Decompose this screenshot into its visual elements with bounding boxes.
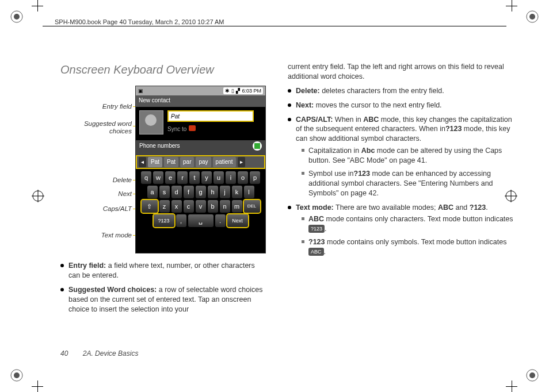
continuation-text: current entry field. Tap the left and ri… xyxy=(288,62,515,82)
callout-caps-alt: Caps/ALT xyxy=(103,205,132,213)
key-r[interactable]: r xyxy=(177,171,188,184)
soft-keyboard: q w e r t y u i o p a s d xyxy=(136,169,265,230)
key-a[interactable]: a xyxy=(147,186,158,198)
bt-icon: ✱ xyxy=(225,87,230,94)
key-text-mode[interactable]: ?123 xyxy=(154,214,174,227)
keyboard-figure: Entry field Suggested word choices Delet… xyxy=(60,86,268,255)
candidates-left-icon[interactable]: ◂ xyxy=(139,157,146,167)
callout-text-mode: Text mode xyxy=(101,232,132,239)
key-next[interactable]: Next xyxy=(227,214,248,227)
candidates-right-icon[interactable]: ▸ xyxy=(238,157,245,167)
key-h[interactable]: h xyxy=(208,186,218,198)
key-n[interactable]: n xyxy=(220,200,230,213)
candidate-item[interactable]: par xyxy=(180,157,194,167)
crop-mark-icon xyxy=(32,381,43,392)
key-e[interactable]: e xyxy=(165,171,176,184)
callout-suggested-words: Suggested word choices xyxy=(68,120,132,135)
section-phone-numbers: Phone numbers xyxy=(136,140,265,155)
subbullet-caps-symbols: Symbol use in?123 mode can be enhanced b… xyxy=(302,169,515,198)
key-l[interactable]: l xyxy=(244,186,254,198)
callout-entry-field: Entry field xyxy=(102,103,132,110)
nfc-icon: ▯ xyxy=(231,87,234,94)
key-c[interactable]: c xyxy=(184,200,194,213)
ornament-icon xyxy=(526,10,539,23)
avatar-icon xyxy=(139,110,163,134)
add-icon[interactable] xyxy=(253,141,262,151)
candidate-item[interactable]: patient xyxy=(213,157,236,167)
carrier-icon: ▣ xyxy=(138,87,143,94)
key-b[interactable]: b xyxy=(208,200,218,213)
ornament-icon xyxy=(10,10,23,23)
key-period[interactable]: . xyxy=(215,214,226,227)
bullet-next: Next: moves the cursor to the next entry… xyxy=(288,101,515,110)
key-w[interactable]: w xyxy=(153,171,163,184)
key-u[interactable]: u xyxy=(214,171,224,184)
key-j[interactable]: j xyxy=(220,186,230,198)
screen-title: New contact xyxy=(136,95,265,107)
bullet-text-mode: Text mode: There are two available modes… xyxy=(288,203,515,257)
section-heading: Onscreen Keyboard Overview xyxy=(60,62,268,78)
callout-next: Next xyxy=(118,190,132,198)
crop-mark-icon xyxy=(506,381,517,392)
registration-icon xyxy=(32,190,44,202)
key-d[interactable]: d xyxy=(171,186,182,198)
key-g[interactable]: g xyxy=(196,186,206,198)
key-comma[interactable]: , xyxy=(176,214,186,227)
key-t[interactable]: t xyxy=(189,171,200,184)
page-footer: 40 2A. Device Basics xyxy=(60,349,138,358)
bullet-caps-alt: CAPS/ALT: When in ABC mode, this key cha… xyxy=(288,115,515,198)
key-v[interactable]: v xyxy=(196,200,206,213)
svg-point-5 xyxy=(14,372,20,378)
entry-field[interactable]: Pat xyxy=(167,110,254,122)
page-number: 40 xyxy=(60,349,68,358)
crop-mark-icon xyxy=(506,0,517,11)
chapter-title: 2A. Device Basics xyxy=(83,349,139,358)
key-m[interactable]: m xyxy=(232,200,242,213)
crop-mark-icon xyxy=(32,0,43,11)
key-i[interactable]: i xyxy=(226,171,236,184)
key-delete[interactable]: DEL xyxy=(244,200,260,213)
clock-text: 6:03 PM xyxy=(242,87,261,94)
svg-point-1 xyxy=(14,14,20,20)
candidate-item[interactable]: Pat xyxy=(164,157,178,167)
indicator-123-icon: ?123 xyxy=(308,225,325,233)
sync-target-icon xyxy=(189,125,196,131)
key-space[interactable]: ␣ xyxy=(188,214,214,227)
ornament-icon xyxy=(526,369,539,382)
ornament-icon xyxy=(10,369,23,382)
key-y[interactable]: y xyxy=(201,171,212,184)
phone-screenshot: ▣ ✱▯▞6:03 PM New contact Pat Sync to Pho… xyxy=(135,86,266,253)
subbullet-caps-abc: Capitalization in Abc mode can be altere… xyxy=(302,146,515,166)
bullet-delete: Delete: deletes characters from the entr… xyxy=(288,86,515,96)
rule-line xyxy=(43,26,506,26)
key-s[interactable]: s xyxy=(159,186,170,198)
candidate-row[interactable]: ◂ Pat Pat par pay patient ▸ xyxy=(136,155,265,169)
indicator-abc-icon: ABC xyxy=(308,248,324,256)
key-o[interactable]: o xyxy=(238,171,248,184)
subbullet-mode-abc: ABC mode contains only characters. Text … xyxy=(302,214,515,234)
subbullet-mode-123: ?123 mode contains only symbols. Text mo… xyxy=(302,237,515,257)
key-x[interactable]: x xyxy=(171,200,182,213)
status-bar: ▣ ✱▯▞6:03 PM xyxy=(136,86,265,95)
key-z[interactable]: z xyxy=(159,200,170,213)
running-head: SPH-M900.book Page 40 Tuesday, March 2, … xyxy=(55,18,224,25)
svg-point-3 xyxy=(529,14,535,20)
bullet-suggested-words: Suggested Word choices: a row of selecta… xyxy=(60,285,268,314)
candidate-item[interactable]: Pat xyxy=(148,157,162,167)
key-q[interactable]: q xyxy=(141,171,151,184)
bullet-entry-field: Entry field: a field where text, number,… xyxy=(60,261,268,280)
key-shift[interactable]: ⇧ xyxy=(142,200,158,213)
key-k[interactable]: k xyxy=(232,186,242,198)
sync-to-label: Sync to xyxy=(167,125,196,133)
svg-point-7 xyxy=(529,372,535,378)
key-p[interactable]: p xyxy=(250,171,260,184)
callout-delete: Delete xyxy=(113,176,132,184)
key-f[interactable]: f xyxy=(184,186,194,198)
candidate-item[interactable]: pay xyxy=(196,157,211,167)
signal-icon: ▞ xyxy=(236,87,240,94)
